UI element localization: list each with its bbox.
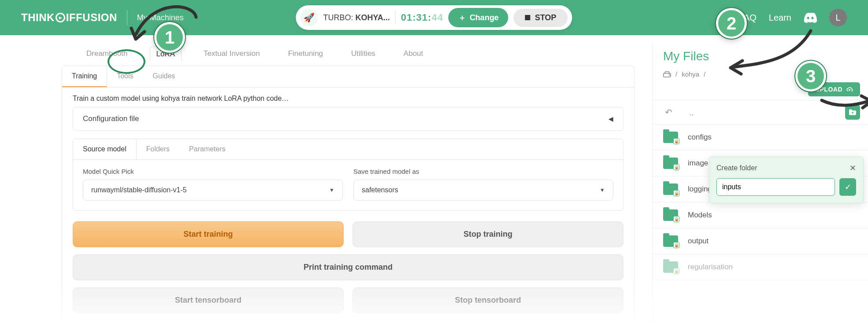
upload-button[interactable]: UPLOAD — [808, 82, 860, 96]
print-command-button[interactable]: Print training command — [73, 254, 623, 280]
main-tabs: Dreambooth LoRA Textual Inversion Finetu… — [62, 43, 634, 66]
folder-label: regularisation — [688, 263, 733, 271]
subtab-training[interactable]: Training — [62, 66, 107, 87]
brand-text-left: THINK — [21, 11, 55, 24]
new-folder-button[interactable] — [845, 105, 860, 120]
files-toolbar-row: ↶ .. — [653, 100, 868, 125]
breadcrumb: / kohya / — [653, 66, 868, 82]
tab-lora[interactable]: LoRA — [150, 47, 182, 61]
model-quick-pick-value: runwayml/stable-diffusion-v1-5 — [91, 186, 187, 194]
model-quick-pick-label: Model Quick Pick — [83, 168, 343, 175]
folder-icon: 🔒 — [663, 132, 678, 143]
create-folder-title: Create folder — [716, 164, 757, 172]
lock-icon: 🔒 — [673, 138, 679, 144]
machine-name: TURBO: KOHYA... — [323, 13, 389, 22]
folder-icon: 🔒 — [663, 261, 678, 273]
stop-button[interactable]: STOP — [514, 9, 568, 27]
sub-tabs: Training Tools Guides — [62, 66, 634, 88]
session-timer: 01:31:44 — [401, 12, 443, 23]
panel-description: Train a custom model using kohya train n… — [62, 88, 634, 107]
brand-logo[interactable]: THINK IFFUSION — [21, 11, 117, 24]
smtab-parameters[interactable]: Parameters — [179, 139, 235, 159]
start-tensorboard-button[interactable]: Start tensorboard — [73, 287, 344, 313]
smtab-source-model[interactable]: Source model — [73, 139, 137, 159]
rocket-icon: 🚀 — [300, 9, 318, 26]
cloud-upload-icon — [846, 86, 853, 92]
learn-link[interactable]: Learn — [769, 13, 791, 23]
discord-icon[interactable] — [804, 12, 817, 23]
lock-icon: 🔒 — [673, 216, 679, 222]
source-model-box: Source model Folders Parameters Model Qu… — [73, 139, 623, 211]
chevron-down-icon: ▼ — [600, 187, 605, 193]
subtab-guides[interactable]: Guides — [143, 66, 185, 87]
svg-point-1 — [669, 74, 670, 75]
user-avatar[interactable]: L — [829, 9, 847, 26]
folder-label: image — [688, 159, 708, 168]
save-as-label: Save trained model as — [353, 168, 613, 175]
stop-training-button[interactable]: Stop training — [352, 221, 623, 247]
folder-label: configs — [688, 133, 712, 142]
save-as-select[interactable]: safetensors ▼ — [353, 180, 613, 201]
folder-label: Models — [688, 211, 712, 220]
folder-label: output — [688, 237, 708, 246]
source-model-tabs: Source model Folders Parameters — [73, 139, 623, 160]
tab-textual-inversion[interactable]: Textual Inversion — [197, 47, 266, 61]
tab-about[interactable]: About — [397, 47, 429, 61]
top-right-nav: FAQ Learn L — [739, 9, 847, 26]
config-file-accordion[interactable]: Configuration file ◀ — [73, 107, 623, 131]
tab-utilities[interactable]: Utilities — [345, 47, 382, 61]
folder-output[interactable]: 🔒 output — [653, 228, 868, 254]
folder-label: logging — [688, 185, 712, 194]
stop-icon — [525, 15, 530, 20]
divider — [127, 10, 127, 25]
folder-icon: 🔒 — [663, 235, 678, 247]
tab-dreambooth[interactable]: Dreambooth — [80, 47, 134, 61]
pill-divider — [395, 11, 396, 25]
close-icon[interactable]: ✕ — [849, 163, 856, 173]
back-arrow-icon[interactable]: ↶ — [665, 107, 672, 117]
folder-regularisation[interactable]: 🔒 regularisation — [653, 254, 868, 280]
folder-plus-icon — [848, 109, 857, 116]
faq-link[interactable]: FAQ — [739, 13, 757, 23]
subtab-tools[interactable]: Tools — [107, 66, 143, 87]
create-folder-confirm-button[interactable]: ✓ — [839, 178, 856, 196]
folder-icon: 🔒 — [663, 183, 678, 195]
drive-icon[interactable] — [663, 71, 671, 77]
files-panel: My Files / kohya / UPLOAD ↶ .. 🔒 conf — [652, 43, 868, 330]
stop-tensorboard-button[interactable]: Stop tensorboard — [352, 287, 623, 313]
change-button[interactable]: ＋ Change — [449, 8, 508, 27]
lock-icon: 🔒 — [673, 268, 679, 274]
lock-icon: 🔒 — [673, 164, 679, 170]
top-bar: THINK IFFUSION My Machines 🚀 TURBO: KOHY… — [0, 0, 868, 35]
my-machines-link[interactable]: My Machines — [137, 13, 184, 22]
config-file-label: Configuration file — [83, 114, 139, 123]
parent-dir[interactable]: .. — [689, 107, 694, 117]
plus-icon: ＋ — [458, 12, 466, 23]
save-as-value: safetensors — [362, 186, 398, 194]
main-area: Dreambooth LoRA Textual Inversion Finetu… — [0, 43, 652, 330]
lock-icon: 🔒 — [673, 242, 679, 248]
brand-circle-icon — [56, 13, 65, 22]
folder-models[interactable]: 🔒 Models — [653, 202, 868, 228]
files-title: My Files — [663, 49, 857, 63]
chevron-down-icon: ▼ — [329, 187, 334, 193]
folder-icon: 🔒 — [663, 209, 678, 221]
create-folder-popover: Create folder ✕ ✓ — [709, 157, 864, 203]
smtab-folders[interactable]: Folders — [137, 139, 179, 159]
lock-icon: 🔒 — [673, 190, 679, 196]
create-folder-input[interactable] — [716, 178, 835, 196]
model-quick-pick-select[interactable]: runwayml/stable-diffusion-v1-5 ▼ — [83, 180, 343, 201]
brand-text-right: IFFUSION — [66, 11, 117, 24]
start-training-button[interactable]: Start training — [73, 221, 344, 247]
folder-configs[interactable]: 🔒 configs — [653, 125, 868, 150]
tab-finetuning[interactable]: Finetuning — [282, 47, 329, 61]
collapse-left-icon: ◀ — [608, 115, 613, 122]
machine-status-pill: 🚀 TURBO: KOHYA... 01:31:44 ＋ Change STOP — [296, 5, 572, 30]
breadcrumb-kohya[interactable]: kohya — [682, 70, 699, 78]
training-panel: Training Tools Guides Train a custom mod… — [62, 66, 634, 330]
folder-icon: 🔒 — [663, 158, 678, 169]
